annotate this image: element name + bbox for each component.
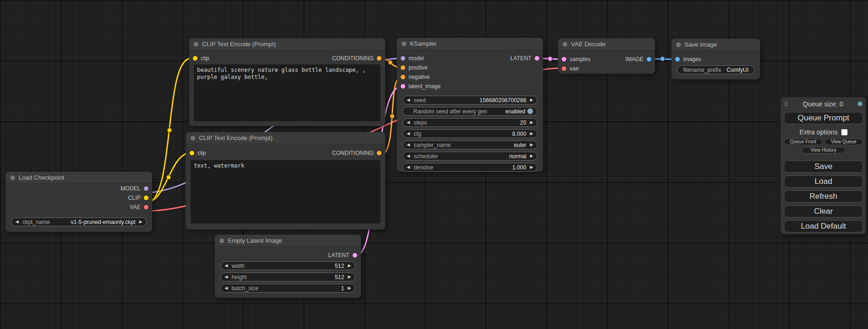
node-title: KSampler (410, 40, 437, 47)
load-default-button[interactable]: Load Default (784, 220, 863, 232)
input-port-negative[interactable] (401, 75, 405, 79)
widget-filename-prefix[interactable]: filename_prefix ComfyUI (677, 65, 755, 74)
prev-value-arrow-icon[interactable]: ◀ (407, 143, 410, 147)
prev-value-arrow-icon[interactable]: ◀ (225, 275, 228, 279)
next-value-arrow-icon[interactable]: ▶ (530, 165, 533, 169)
prev-value-arrow-icon[interactable]: ◀ (225, 286, 228, 290)
next-value-arrow-icon[interactable]: ▶ (530, 132, 533, 136)
next-value-arrow-icon[interactable]: ▶ (348, 264, 351, 268)
toggle-knob-icon[interactable] (527, 108, 533, 114)
widget-denoise[interactable]: ◀ denoise 1.000 ▶ (402, 163, 537, 172)
queue-front-button[interactable]: Queue Front (784, 139, 822, 145)
input-port-vae[interactable] (562, 66, 566, 71)
output-label-model: MODEL (120, 185, 141, 192)
collapse-dot-icon[interactable] (194, 42, 198, 47)
output-port-vae[interactable] (144, 205, 148, 210)
output-port-model[interactable] (144, 186, 148, 191)
input-port-latent-image[interactable] (401, 84, 405, 89)
view-queue-button[interactable]: View Queue (825, 139, 863, 145)
node-title: CLIP Text Encode (Prompt) (202, 41, 276, 48)
output-port-conditioning[interactable] (377, 56, 381, 61)
input-port-images[interactable] (675, 57, 680, 62)
output-port-conditioning[interactable] (377, 151, 381, 155)
collapse-dot-icon[interactable] (10, 175, 15, 180)
collapse-dot-icon[interactable] (402, 42, 406, 46)
prev-value-arrow-icon[interactable]: ◀ (15, 220, 19, 224)
prev-value-arrow-icon[interactable]: ◀ (225, 264, 228, 268)
save-button[interactable]: Save (784, 161, 863, 173)
clear-button[interactable]: Clear (784, 205, 863, 217)
node-graph-canvas[interactable]: Load Checkpoint MODEL CLIP VAE ◀ ckpt_na… (0, 0, 868, 329)
input-port-clip[interactable] (190, 151, 194, 155)
collapse-dot-icon[interactable] (563, 42, 567, 47)
prompt-textarea[interactable]: text, watermark (191, 160, 381, 224)
input-port-clip[interactable] (193, 56, 198, 61)
drag-handle-icon[interactable]: ⠿ (784, 101, 791, 108)
next-value-arrow-icon[interactable]: ▶ (530, 98, 533, 102)
widget-steps[interactable]: ◀ steps 20 ▶ (402, 118, 537, 127)
node-title: VAE Decode (571, 41, 605, 48)
widget-cfg[interactable]: ◀ cfg 8.000 ▶ (402, 129, 537, 138)
queue-prompt-button[interactable]: Queue Prompt (784, 112, 863, 124)
next-value-arrow-icon[interactable]: ▶ (139, 220, 142, 224)
output-label-clip: CLIP (128, 195, 141, 201)
collapse-dot-icon[interactable] (191, 136, 195, 140)
widget-width[interactable]: ◀ width 512 ▶ (220, 261, 355, 270)
node-vae-decode[interactable]: VAE Decode samples IMAGE vae (558, 38, 655, 74)
output-label-vae: VAE (130, 204, 141, 210)
queue-panel: ⠿ Queue size: 0 ✱ Queue Prompt Extra opt… (781, 97, 866, 234)
input-port-positive[interactable] (401, 65, 405, 70)
widget-batch-size[interactable]: ◀ batch_size 1 ▶ (220, 284, 355, 293)
node-title: Empty Latent Image (228, 237, 282, 244)
node-title: Save Image (685, 41, 717, 48)
refresh-button[interactable]: Refresh (784, 190, 863, 203)
wire-clip-to-positive (147, 58, 191, 202)
widget-height[interactable]: ◀ height 512 ▶ (220, 273, 355, 281)
output-port-latent[interactable] (353, 253, 357, 258)
node-clip-text-encode-positive[interactable]: CLIP Text Encode (Prompt) clip CONDITION… (189, 38, 385, 126)
next-value-arrow-icon[interactable]: ▶ (348, 275, 351, 279)
output-port-latent[interactable] (535, 56, 539, 61)
extra-options-label: Extra options (799, 128, 838, 136)
input-port-model[interactable] (401, 56, 405, 61)
prev-value-arrow-icon[interactable]: ◀ (407, 98, 410, 102)
output-port-image[interactable] (647, 57, 651, 62)
node-empty-latent-image[interactable]: Empty Latent Image LATENT ◀ width 512 ▶ … (215, 235, 361, 298)
prev-value-arrow-icon[interactable]: ◀ (407, 154, 410, 158)
widget-scheduler[interactable]: ◀ scheduler normal ▶ (402, 152, 537, 161)
prev-value-arrow-icon[interactable]: ◀ (407, 132, 410, 136)
node-title: CLIP Text Encode (Prompt) (199, 134, 273, 141)
prompt-textarea[interactable]: beautiful scenery nature glass bottle la… (194, 64, 381, 121)
widget-ckpt-name[interactable]: ◀ ckpt_name v1-5-pruned-emaonly.ckpt ▶ (11, 217, 147, 226)
extra-options-checkbox[interactable] (841, 129, 847, 135)
load-button[interactable]: Load (784, 175, 863, 188)
prev-value-arrow-icon[interactable]: ◀ (407, 165, 410, 169)
wire-clip-to-negative (147, 153, 190, 202)
node-clip-text-encode-negative[interactable]: CLIP Text Encode (Prompt) clip CONDITION… (186, 132, 385, 230)
input-port-samples[interactable] (562, 57, 566, 62)
node-ksampler[interactable]: KSampler model LATENT positive negative … (397, 38, 543, 172)
next-value-arrow-icon[interactable]: ▶ (348, 286, 351, 290)
output-port-clip[interactable] (144, 196, 148, 200)
collapse-dot-icon[interactable] (676, 42, 681, 47)
widget-random-seed-toggle[interactable]: Random seed after every gen enabled (402, 107, 537, 116)
next-value-arrow-icon[interactable]: ▶ (530, 120, 533, 125)
node-save-image[interactable]: Save Image images filename_prefix ComfyU… (671, 39, 760, 79)
next-value-arrow-icon[interactable]: ▶ (530, 154, 533, 158)
widget-seed[interactable]: ◀ seed 156680208700286 ▶ (402, 96, 537, 105)
view-history-button[interactable]: View History (802, 147, 845, 154)
collapse-dot-icon[interactable] (219, 238, 224, 243)
widget-sampler-name[interactable]: ◀ sampler_name euler ▶ (402, 140, 537, 149)
node-title: Load Checkpoint (19, 174, 64, 181)
node-load-checkpoint[interactable]: Load Checkpoint MODEL CLIP VAE ◀ ckpt_na… (6, 172, 152, 232)
settings-gear-icon[interactable]: ✱ (854, 100, 863, 108)
queue-size-label: Queue size: 0 (791, 100, 854, 108)
next-value-arrow-icon[interactable]: ▶ (530, 143, 533, 147)
prev-value-arrow-icon[interactable]: ◀ (407, 120, 410, 125)
